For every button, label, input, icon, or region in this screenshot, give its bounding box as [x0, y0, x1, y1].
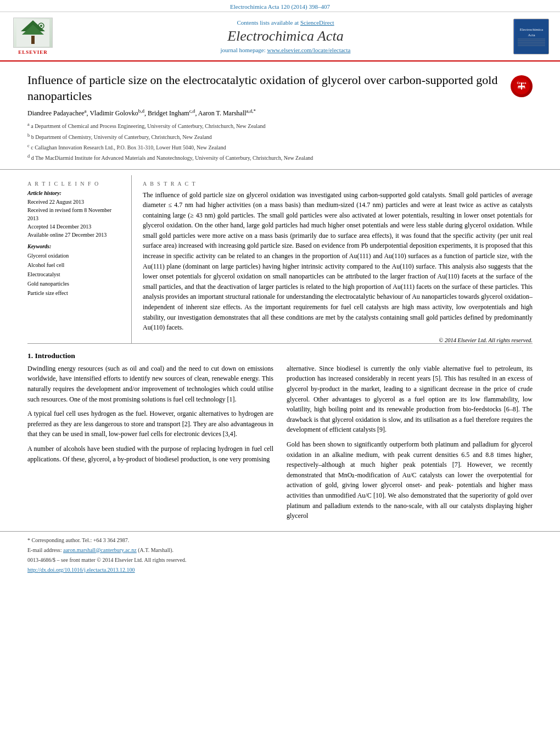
sciencedirect-link[interactable]: Contents lists available at ScienceDirec… — [66, 19, 505, 26]
email-link[interactable]: aaron.marshall@canterbury.ac.nz — [63, 547, 137, 553]
svg-text:Electrochimica: Electrochimica — [519, 27, 543, 32]
article-reference: Electrochimica Acta 120 (2014) 398–407 — [0, 0, 560, 12]
article-info-label: A R T I C L E I N F O — [27, 181, 120, 187]
elsevier-wordmark: ELSEVIER — [18, 49, 48, 55]
footnote-area: * Corresponding author. Tel.: +64 3 364 … — [0, 531, 560, 578]
crossmark-badge[interactable]: Cross Mark — [511, 75, 533, 97]
keyword-5: Particle size effect — [27, 288, 120, 298]
affiliation-b: b b Department of Chemistry, University … — [27, 132, 533, 142]
main-body: 1. Introduction Dwindling energy resourc… — [0, 344, 560, 531]
copyright-notice: © 2014 Elsevier Ltd. All rights reserved… — [143, 337, 533, 343]
article-info-column: A R T I C L E I N F O Article history: R… — [27, 175, 132, 343]
affiliation-d: d d The MacDiarmid Institute for Advance… — [27, 153, 533, 163]
article-header: Influence of particle size on the electr… — [0, 62, 560, 170]
history-label: Article history: — [27, 190, 120, 196]
svg-point-5 — [40, 25, 42, 27]
journal-header: ELSEVIER Contents lists available at Sci… — [0, 12, 560, 62]
corresponding-author-note: * Corresponding author. Tel.: +64 3 364 … — [27, 536, 533, 545]
abstract-text: The influence of gold particle size on g… — [143, 190, 533, 333]
revised-date: Received in revised form 8 November 2013 — [27, 206, 120, 222]
affiliations: a a Department of Chemical and Process E… — [27, 121, 533, 163]
abstract-label: A B S T R A C T — [143, 181, 533, 187]
two-column-body: Dwindling energy resources (such as oil … — [27, 364, 533, 526]
authors-line: Diandree Padayacheea, Vladimir Golovkob,… — [27, 108, 533, 118]
elsevier-logo-image — [13, 18, 53, 48]
issn-line: 0013-4686/$ – see front matter © 2014 El… — [27, 556, 533, 565]
accepted-date: Accepted 14 December 2013 — [27, 222, 120, 231]
right-para-2: Gold has been shown to significantly out… — [287, 439, 533, 521]
intro-section-title: 1. Introduction — [27, 352, 533, 360]
article-title: Influence of particle size on the electr… — [27, 72, 500, 104]
homepage-link[interactable]: journal homepage: www.elsevier.com/locat… — [66, 47, 505, 53]
article-history: Article history: Received 22 August 2013… — [27, 190, 120, 239]
topbar-text: Electrochimica Acta 120 (2014) 398–407 — [230, 3, 330, 10]
affiliation-a: a a Department of Chemical and Process E… — [27, 121, 533, 131]
svg-text:Acta: Acta — [528, 33, 535, 37]
online-date: Available online 27 December 2013 — [27, 231, 120, 239]
intro-para-2: A typical fuel cell uses hydrogen as the… — [27, 409, 273, 439]
email-note: E-mail address: aaron.marshall@canterbur… — [27, 546, 533, 555]
keyword-2: Alcohol fuel cell — [27, 260, 120, 270]
svg-rect-1 — [31, 36, 35, 44]
keyword-4: Gold nanoparticles — [27, 279, 120, 288]
ea-logo-container: Electrochimica Acta — [505, 19, 549, 54]
ea-logo-image: Electrochimica Acta — [513, 19, 549, 54]
keyword-1: Glycerol oxidation — [27, 251, 120, 260]
elsevier-logo: ELSEVIER — [11, 18, 55, 55]
keywords-list: Glycerol oxidation Alcohol fuel cell Ele… — [27, 251, 120, 298]
intro-para-3: A number of alcohols have been studied w… — [27, 444, 273, 464]
intro-para-1: Dwindling energy resources (such as oil … — [27, 364, 273, 404]
right-body-col: alternative. Since biodiesel is currentl… — [287, 364, 533, 526]
journal-center-info: Contents lists available at ScienceDirec… — [66, 19, 505, 53]
abstract-column: A B S T R A C T The influence of gold pa… — [132, 175, 533, 343]
content-area: A R T I C L E I N F O Article history: R… — [0, 170, 560, 343]
left-body-col: Dwindling energy resources (such as oil … — [27, 364, 273, 526]
keyword-3: Electrocatalyst — [27, 270, 120, 279]
keywords-block: Keywords: Glycerol oxidation Alcohol fue… — [27, 243, 120, 298]
right-para-1: alternative. Since biodiesel is currentl… — [287, 364, 533, 435]
doi-line[interactable]: http://dx.doi.org/10.1016/j.electacta.20… — [27, 566, 533, 574]
journal-title: Electrochimica Acta — [66, 28, 505, 44]
affiliation-c: c c Callaghan Innovation Research Ltd., … — [27, 142, 533, 152]
article-title-row: Influence of particle size on the electr… — [27, 72, 533, 104]
keywords-label: Keywords: — [27, 243, 120, 249]
received-date: Received 22 August 2013 — [27, 198, 120, 206]
